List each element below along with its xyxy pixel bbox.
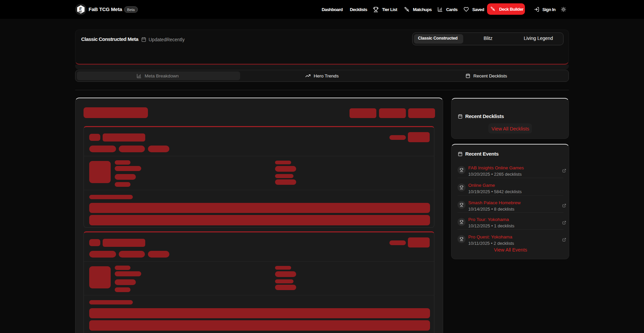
svg-text:F: F: [79, 6, 82, 11]
